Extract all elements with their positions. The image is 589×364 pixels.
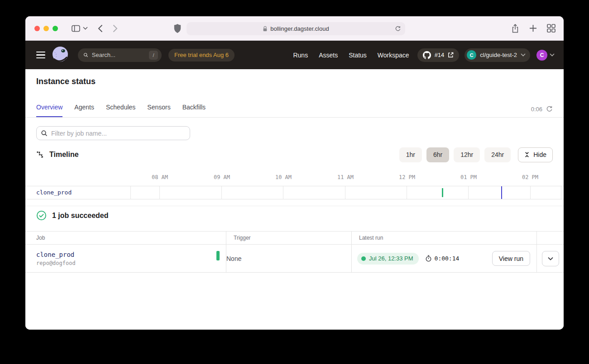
refresh-icon[interactable] xyxy=(546,105,553,113)
job-repo-label: repo@dogfood xyxy=(36,260,76,266)
range-1hr-button[interactable]: 1hr xyxy=(399,147,422,162)
axis-tick: 10 AM xyxy=(275,174,292,180)
tab-sensors[interactable]: Sensors xyxy=(147,104,170,117)
axis-tick: 12 PM xyxy=(399,174,415,180)
hide-label: Hide xyxy=(533,151,546,158)
timeline-job-label[interactable]: clone_prod xyxy=(36,189,72,196)
external-link-icon xyxy=(448,52,454,58)
nav-runs[interactable]: Runs xyxy=(293,52,308,59)
address-bar[interactable]: bollinger.dagster.cloud xyxy=(187,22,405,35)
jobs-table: Job Trigger Latest run clone_prod repo@d… xyxy=(25,231,564,273)
reload-icon[interactable] xyxy=(395,25,401,32)
timeline-gridline xyxy=(159,186,160,199)
axis-tick: 09 AM xyxy=(214,174,230,180)
table-header-row: Job Trigger Latest run xyxy=(25,231,564,245)
axis-tick: 08 AM xyxy=(152,174,168,180)
browser-window: bollinger.dagster.cloud xyxy=(25,16,564,330)
app-header: / Free trial ends Aug 6 Runs Assets Stat… xyxy=(25,41,564,69)
tab-backfills[interactable]: Backfills xyxy=(182,104,206,117)
check-circle-icon xyxy=(36,210,47,221)
timeline-gridline xyxy=(283,186,283,199)
job-name-link[interactable]: clone_prod xyxy=(36,251,74,258)
hide-timeline-button[interactable]: Hide xyxy=(518,147,553,162)
sidebar-toggle-icon[interactable] xyxy=(72,25,80,32)
browser-toolbar: bollinger.dagster.cloud xyxy=(25,16,564,41)
range-24hr-button[interactable]: 24hr xyxy=(484,147,511,162)
new-tab-icon[interactable] xyxy=(529,24,537,32)
latest-run-cell: Jul 26, 12:33 PM 0:00:14 View run xyxy=(352,245,537,272)
column-header-trigger: Trigger xyxy=(226,232,352,244)
nav-workspace[interactable]: Workspace xyxy=(378,52,409,59)
forward-icon[interactable] xyxy=(113,24,118,33)
deployment-initial: C xyxy=(467,50,476,60)
current-time-marker xyxy=(501,186,502,199)
timeline-gridline xyxy=(130,186,131,199)
tab-schedules[interactable]: Schedules xyxy=(106,104,135,117)
stopwatch-icon xyxy=(425,255,432,262)
view-run-button[interactable]: View run xyxy=(492,251,530,266)
github-icon xyxy=(423,51,431,59)
trigger-cell: None xyxy=(226,245,352,272)
timeline-header: Timeline 1hr 6hr 12hr 24hr Hide xyxy=(36,146,553,163)
github-version-label: #14 xyxy=(435,52,445,58)
refresh-countdown: 0:06 xyxy=(531,106,542,113)
axis-tick: 01 PM xyxy=(460,174,477,180)
column-header-job: Job xyxy=(25,232,226,244)
primary-nav: Runs Assets Status Workspace xyxy=(293,52,409,59)
timeline-row: clone_prod xyxy=(25,186,564,199)
axis-tick: 02 PM xyxy=(522,174,538,180)
run-summary: 1 job succeeded xyxy=(36,210,109,221)
range-6hr-button[interactable]: 6hr xyxy=(426,147,449,162)
row-expand-button[interactable] xyxy=(542,251,559,266)
chevron-down-icon xyxy=(548,257,553,260)
job-filter xyxy=(36,126,190,140)
summary-text: 1 job succeeded xyxy=(52,212,109,220)
close-window-button[interactable] xyxy=(34,26,40,31)
range-12hr-button[interactable]: 12hr xyxy=(454,147,480,162)
dagster-logo[interactable] xyxy=(51,45,71,65)
run-duration-value: 0:00:14 xyxy=(435,255,460,262)
nav-assets[interactable]: Assets xyxy=(319,52,338,59)
chevron-down-icon xyxy=(550,53,555,57)
timeline-run-marker[interactable] xyxy=(442,188,443,197)
timeline-title: Timeline xyxy=(49,151,79,159)
search-icon xyxy=(41,130,48,137)
timeline-gridline xyxy=(221,186,222,199)
section-divider xyxy=(25,206,564,206)
run-status-pill[interactable]: Jul 26, 12:33 PM xyxy=(357,253,419,265)
run-duration: 0:00:14 xyxy=(425,255,460,262)
menu-icon[interactable] xyxy=(36,52,45,59)
job-activity-bar xyxy=(216,251,220,260)
table-row: clone_prod repo@dogfood None Jul 26, 12:… xyxy=(25,245,564,273)
job-filter-input[interactable] xyxy=(36,126,190,140)
zoom-window-button[interactable] xyxy=(53,26,58,31)
timeline-gridline xyxy=(345,186,345,199)
global-search[interactable]: / xyxy=(78,48,162,62)
privacy-shield-icon[interactable] xyxy=(173,24,182,35)
search-input[interactable] xyxy=(92,52,145,58)
page-title: Instance status xyxy=(36,77,96,86)
user-menu[interactable]: C xyxy=(536,50,555,61)
back-icon[interactable] xyxy=(98,24,103,33)
url-text: bollinger.dagster.cloud xyxy=(270,25,329,32)
timeline-gridline xyxy=(468,186,469,199)
job-cell: clone_prod repo@dogfood xyxy=(25,245,226,272)
github-version-badge[interactable]: #14 xyxy=(417,48,460,62)
deployment-switcher[interactable]: C cl/guide-test-2 xyxy=(464,48,530,62)
tab-overview[interactable]: Overview xyxy=(36,104,62,117)
share-icon[interactable] xyxy=(511,24,519,33)
run-time-label: Jul 26, 12:33 PM xyxy=(369,255,413,262)
column-header-actions xyxy=(537,232,564,244)
sidebar-chevron-down-icon[interactable] xyxy=(83,27,88,30)
search-shortcut-key: / xyxy=(149,51,158,60)
minimize-window-button[interactable] xyxy=(43,26,49,31)
timeline-gridline xyxy=(530,186,531,199)
lock-icon xyxy=(263,26,268,32)
chevron-down-icon xyxy=(521,53,526,57)
tab-agents[interactable]: Agents xyxy=(74,104,94,117)
nav-status[interactable]: Status xyxy=(349,52,367,59)
timeline-axis: 08 AM 09 AM 10 AM 11 AM 12 PM 01 PM 02 P… xyxy=(25,174,564,182)
collapse-icon xyxy=(524,151,530,158)
tab-overview-icon[interactable] xyxy=(547,24,555,33)
timeline-gridline xyxy=(407,186,407,199)
